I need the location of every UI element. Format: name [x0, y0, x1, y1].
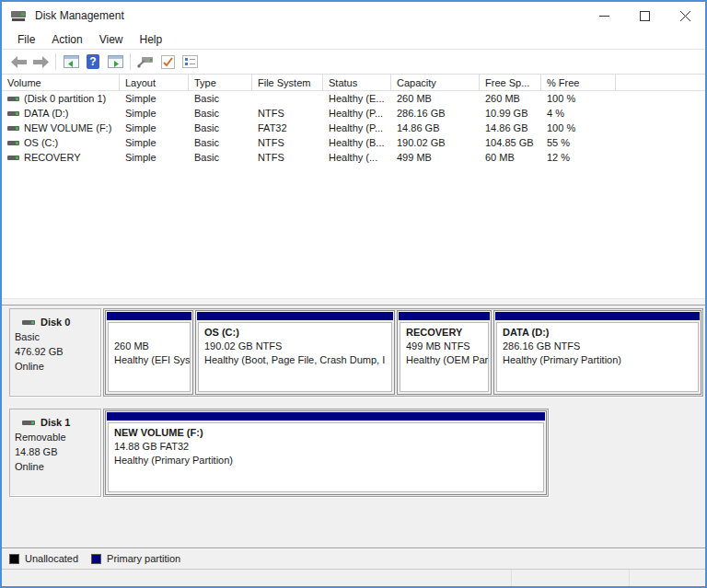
partition-status: Healthy (Boot, Page File, Crash Dump, I — [204, 353, 386, 367]
partition-color-bar — [107, 312, 191, 320]
column-header-status[interactable]: Status — [323, 75, 391, 90]
back-button[interactable] — [7, 52, 29, 72]
cell-status: Healthy (P... — [323, 108, 391, 119]
partition-title: NEW VOLUME (F:) — [114, 426, 538, 440]
cell-volume: OS (C:) — [24, 137, 58, 148]
status-pane — [512, 570, 630, 586]
cell-layout: Simple — [120, 108, 189, 119]
cell-free-space: 104.85 GB — [480, 137, 541, 148]
partition-size: 286.16 GB NTFS — [503, 340, 692, 353]
disk-1-label-panel[interactable]: Disk 1 Removable 14.88 GB Online — [9, 409, 101, 497]
cell-layout: Simple — [120, 152, 189, 163]
partition-status: Healthy (Primary Partition) — [503, 353, 692, 367]
legend-label: Unallocated — [25, 553, 78, 564]
rescan-disks-button[interactable] — [134, 52, 156, 72]
check-button[interactable] — [156, 52, 179, 72]
volume-icon — [7, 141, 19, 145]
properties-icon — [182, 55, 198, 68]
disk-management-app-icon — [11, 9, 28, 22]
cell-free-space: 60 MB — [480, 152, 541, 163]
partition-data-d[interactable]: DATA (D:) 286.16 GB NTFS Healthy (Primar… — [493, 310, 701, 395]
maximize-button[interactable] — [624, 2, 665, 29]
partition-title — [114, 326, 184, 340]
legend-unallocated: Unallocated — [9, 553, 78, 564]
column-header-capacity[interactable]: Capacity — [391, 75, 480, 90]
disk-state: Online — [15, 459, 97, 474]
partition-size: 14.88 GB FAT32 — [114, 440, 538, 454]
minimize-button[interactable] — [584, 2, 624, 29]
menu-action[interactable]: Action — [43, 31, 90, 48]
cell-type: Basic — [189, 93, 252, 104]
volume-list-header: Volume Layout Type File System Status Ca… — [2, 75, 705, 91]
help-button[interactable]: ? — [82, 52, 104, 72]
cell-pct-free: 12 % — [541, 152, 616, 163]
cell-capacity: 260 MB — [391, 93, 480, 104]
partition-color-bar — [107, 412, 545, 421]
cell-free-space: 10.99 GB — [480, 108, 541, 119]
disk-size: 476.92 GB — [15, 344, 97, 359]
disk-size: 14.88 GB — [15, 444, 97, 459]
partition-recovery[interactable]: RECOVERY 499 MB NTFS Healthy (OEM Part — [397, 310, 492, 395]
cell-pct-free: 100 % — [541, 122, 616, 133]
legend-bar: Unallocated Primary partition — [2, 548, 705, 570]
column-header-pct-free[interactable]: % Free — [541, 75, 616, 90]
show-console-tree-icon — [64, 55, 79, 68]
graphical-view: Disk 0 Basic 476.92 GB Online 260 MB Hea… — [2, 306, 705, 548]
disk-icon — [22, 421, 35, 425]
menu-view[interactable]: View — [91, 31, 132, 48]
partition-color-bar — [495, 312, 700, 320]
column-header-free-space[interactable]: Free Sp... — [480, 75, 541, 90]
cell-volume: DATA (D:) — [24, 108, 68, 119]
table-row[interactable]: DATA (D:) Simple Basic NTFS Healthy (P..… — [2, 106, 705, 121]
partition-new-volume-f[interactable]: NEW VOLUME (F:) 14.88 GB FAT32 Healthy (… — [105, 410, 547, 495]
disk-icon — [22, 320, 35, 325]
cell-free-space: 14.86 GB — [480, 122, 541, 133]
show-action-pane-button[interactable] — [104, 52, 126, 72]
table-row[interactable]: RECOVERY Simple Basic NTFS Healthy (... … — [2, 150, 705, 165]
window-controls — [584, 2, 705, 29]
cell-type: Basic — [189, 122, 252, 133]
cell-file-system: NTFS — [252, 108, 323, 119]
table-row[interactable]: (Disk 0 partition 1) Simple Basic Health… — [2, 91, 705, 106]
disk-name: Disk 0 — [41, 315, 70, 329]
partition-size: 260 MB — [114, 340, 184, 353]
cell-file-system: NTFS — [252, 152, 323, 163]
menu-help[interactable]: Help — [132, 31, 171, 48]
legend-primary-partition: Primary partition — [91, 553, 180, 564]
column-header-file-system[interactable]: File System — [252, 75, 323, 90]
partition-title: DATA (D:) — [503, 326, 692, 340]
status-pane — [630, 570, 705, 586]
column-header-layout[interactable]: Layout — [120, 75, 189, 90]
table-row[interactable]: NEW VOLUME (F:) Simple Basic FAT32 Healt… — [2, 121, 705, 135]
cell-free-space: 260 MB — [480, 93, 541, 104]
disk-kind: Basic — [15, 329, 97, 344]
disk-tool-icon — [137, 55, 154, 68]
table-row[interactable]: OS (C:) Simple Basic NTFS Healthy (B... … — [2, 135, 705, 150]
forward-icon — [33, 56, 49, 68]
pane-splitter[interactable] — [2, 298, 705, 306]
disk-1-row: Disk 1 Removable 14.88 GB Online NEW VOL… — [9, 409, 705, 497]
partition-efi[interactable]: 260 MB Healthy (EFI Syst — [105, 310, 193, 395]
cell-layout: Simple — [120, 93, 189, 104]
cell-type: Basic — [189, 108, 252, 119]
properties-button[interactable] — [179, 52, 201, 72]
disk-0-label-panel[interactable]: Disk 0 Basic 476.92 GB Online — [9, 308, 101, 397]
cell-pct-free: 100 % — [541, 93, 616, 104]
primary-partition-swatch — [91, 554, 101, 564]
partition-color-bar — [399, 312, 490, 320]
disk-management-window: Disk Management File Action View Help — [0, 0, 707, 588]
column-header-filler — [616, 75, 705, 90]
partition-os-c[interactable]: OS (C:) 190.02 GB NTFS Healthy (Boot, Pa… — [195, 310, 395, 395]
column-header-type[interactable]: Type — [189, 75, 252, 90]
show-console-tree-button[interactable] — [60, 52, 82, 72]
column-header-volume[interactable]: Volume — [2, 75, 120, 90]
menu-file[interactable]: File — [9, 31, 43, 48]
close-button[interactable] — [665, 2, 705, 29]
cell-volume: (Disk 0 partition 1) — [24, 93, 106, 104]
partition-status: Healthy (OEM Part — [406, 353, 482, 367]
disk-0-row: Disk 0 Basic 476.92 GB Online 260 MB Hea… — [9, 308, 705, 397]
cell-layout: Simple — [120, 137, 189, 148]
partition-title: RECOVERY — [406, 326, 482, 340]
cell-pct-free: 4 % — [541, 108, 616, 119]
forward-button[interactable] — [29, 52, 52, 72]
